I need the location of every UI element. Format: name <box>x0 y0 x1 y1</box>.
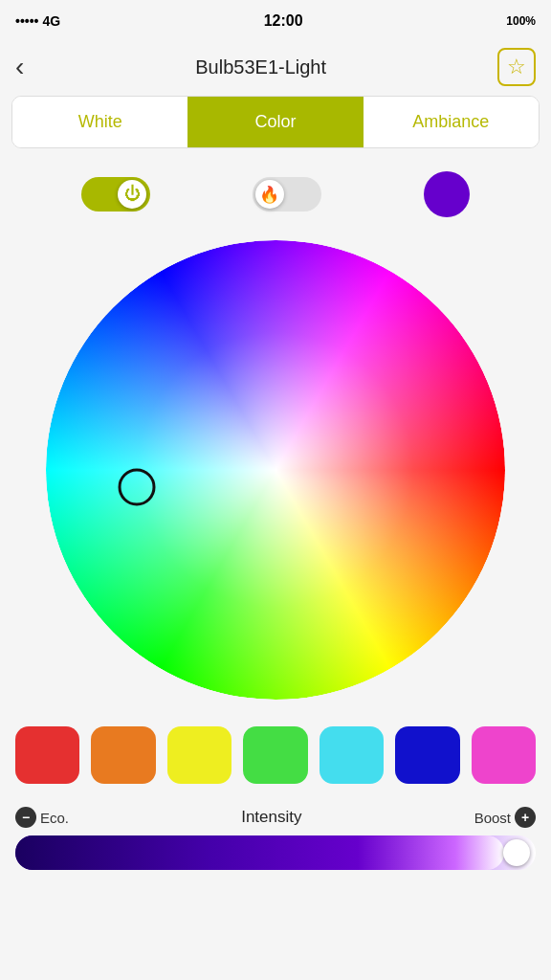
eco-icon: − <box>15 807 36 828</box>
boost-label: Boost + <box>474 807 536 828</box>
back-button[interactable]: ‹ <box>15 54 24 80</box>
battery: 100% <box>506 14 536 28</box>
swatch-blue[interactable] <box>395 726 459 784</box>
tab-color[interactable]: Color <box>187 97 363 147</box>
controls-row: ⏻ 🔥 <box>0 164 551 240</box>
power-toggle-knob: ⏻ <box>118 180 146 209</box>
status-bar: ••••• 4G 12:00 100% <box>0 0 551 42</box>
swatch-yellow[interactable] <box>167 726 231 784</box>
intensity-slider-track[interactable] <box>15 835 536 870</box>
color-wheel-container <box>0 240 551 719</box>
svg-point-1 <box>46 240 505 700</box>
swatch-magenta[interactable] <box>472 726 536 784</box>
swatch-green[interactable] <box>243 726 307 784</box>
tab-bar: White Color Ambiance <box>11 96 540 148</box>
swatch-orange[interactable] <box>91 726 155 784</box>
swatches-row <box>0 719 551 799</box>
header: ‹ Bulb53E1-Light ☆ <box>0 42 551 96</box>
page-title: Bulb53E1-Light <box>195 56 326 78</box>
flame-icon: 🔥 <box>259 185 279 205</box>
tab-ambiance[interactable]: Ambiance <box>364 97 539 147</box>
flame-toggle[interactable]: 🔥 <box>253 177 321 212</box>
intensity-section: − Eco. Intensity Boost + <box>0 799 551 885</box>
intensity-labels: − Eco. Intensity Boost + <box>15 807 536 828</box>
selected-color-indicator <box>424 171 470 217</box>
color-wheel[interactable] <box>46 240 505 700</box>
intensity-slider-fill <box>15 835 504 870</box>
tab-white[interactable]: White <box>12 97 187 147</box>
eco-label: − Eco. <box>15 807 69 828</box>
hue-ring <box>46 240 505 700</box>
color-wheel-wrapper[interactable] <box>46 240 505 700</box>
flame-toggle-knob: 🔥 <box>255 180 284 209</box>
intensity-slider-thumb[interactable] <box>503 839 530 866</box>
swatch-red[interactable] <box>15 726 79 784</box>
power-toggle[interactable]: ⏻ <box>81 177 150 212</box>
time: 12:00 <box>264 12 303 30</box>
carrier: ••••• 4G <box>15 13 60 29</box>
power-icon: ⏻ <box>124 185 141 204</box>
favorite-button[interactable]: ☆ <box>497 48 536 86</box>
intensity-title: Intensity <box>241 808 301 827</box>
boost-icon: + <box>515 807 536 828</box>
star-icon: ☆ <box>507 55 526 79</box>
swatch-cyan[interactable] <box>320 726 384 784</box>
